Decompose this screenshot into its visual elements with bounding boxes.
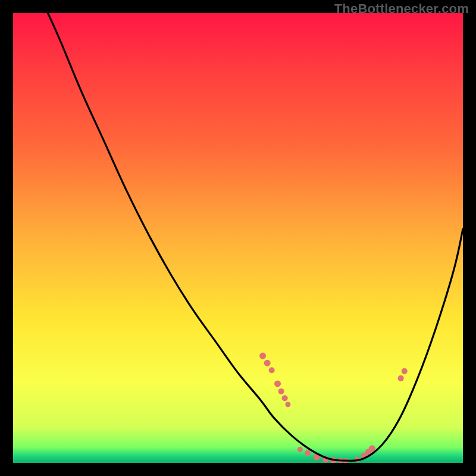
chart-svg (13, 13, 463, 463)
gradient-background (13, 13, 463, 463)
marker-dot (264, 360, 271, 367)
watermark-text: TheBottlenecker.com (334, 1, 469, 17)
marker-dot (398, 375, 404, 381)
marker-dot (269, 367, 275, 373)
marker-dot (369, 445, 375, 452)
marker-dot (278, 389, 284, 394)
marker-dot (285, 402, 290, 407)
marker-dot (402, 368, 408, 374)
marker-dot (274, 380, 281, 387)
marker-dot (305, 450, 311, 456)
chart-frame: TheBottlenecker.com (0, 0, 476, 476)
plot-area (13, 13, 463, 463)
marker-dot (259, 353, 266, 359)
marker-dot (282, 395, 288, 401)
marker-dot (298, 447, 303, 452)
